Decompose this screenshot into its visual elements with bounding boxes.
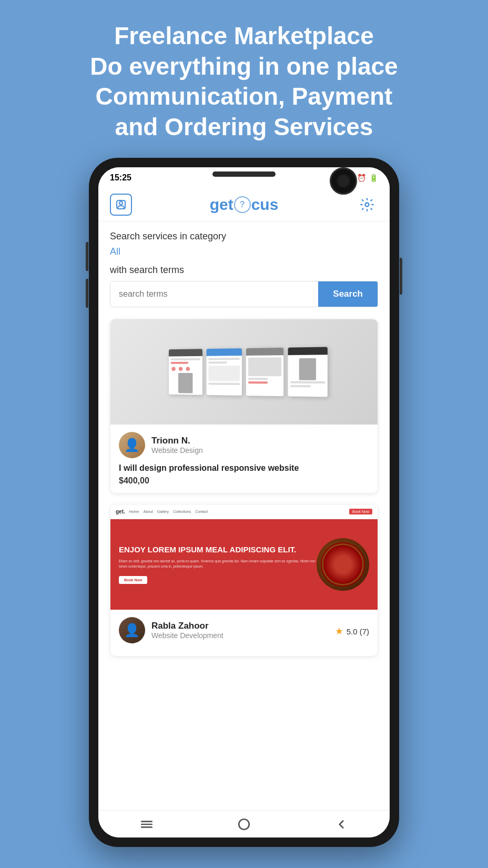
phone-wrapper: 15:25 🔇 📶 ⏰ 🔋 get bbox=[0, 158, 488, 847]
power-button bbox=[400, 258, 402, 295]
card-1-user: 👤 Trionn N. Website Design bbox=[119, 432, 369, 458]
card2-hero: ENJOY LOREM IPSUM MEAL ADIPISCING ELIT. … bbox=[110, 519, 378, 610]
search-input[interactable] bbox=[110, 281, 318, 307]
card2-hero-title: ENJOY LOREM IPSUM MEAL ADIPISCING ELIT. bbox=[119, 545, 317, 554]
logo-text-right: cus bbox=[251, 196, 279, 214]
card-1-avatar: 👤 bbox=[119, 432, 145, 458]
category-label: Search services in category bbox=[110, 231, 378, 242]
bottom-nav-menu[interactable] bbox=[140, 817, 154, 831]
card-2-avatar: 👤 bbox=[119, 617, 145, 643]
card-1-user-info: Trionn N. Website Design bbox=[151, 436, 203, 455]
card-2-image: get. Home About Gallery Collections Cont… bbox=[110, 504, 378, 610]
category-value[interactable]: All bbox=[110, 246, 378, 257]
card-2-user: 👤 Rabla Zahoor Website Development ★ 5.0… bbox=[119, 617, 369, 643]
card-1-user-name: Trionn N. bbox=[151, 436, 203, 446]
svg-point-1 bbox=[119, 201, 123, 205]
bottom-nav-home[interactable] bbox=[237, 817, 251, 831]
card-2-user-info: Rabla Zahoor Website Development bbox=[151, 621, 223, 640]
rating-value: 5.0 (7) bbox=[347, 627, 369, 636]
card-1-user-role: Website Design bbox=[151, 446, 203, 455]
hero-line3: Communication, Payment bbox=[96, 83, 393, 110]
svg-point-6 bbox=[239, 819, 249, 830]
card2-nav-links: Home About Gallery Collections Contact bbox=[129, 510, 208, 513]
profile-icon-button[interactable] bbox=[110, 194, 132, 216]
settings-icon-button[interactable] bbox=[356, 194, 378, 216]
card-1-info: 👤 Trionn N. Website Design I will design… bbox=[110, 425, 378, 493]
hero-line2: Do everything in one place bbox=[90, 53, 398, 80]
logo-icon: ? bbox=[234, 196, 251, 213]
card2-hero-btn: Book Now bbox=[119, 576, 147, 584]
card2-logo: get. bbox=[116, 509, 125, 514]
app-content[interactable]: Search services in category All with sea… bbox=[98, 221, 390, 810]
card2-food-image bbox=[317, 538, 369, 591]
logo-text-left: get bbox=[210, 196, 233, 214]
card2-hero-text: ENJOY LOREM IPSUM MEAL ADIPISCING ELIT. … bbox=[119, 545, 317, 583]
app-logo: get ? cus bbox=[210, 196, 279, 214]
terms-label: with search terms bbox=[110, 265, 378, 276]
avatar-person-icon: 👤 bbox=[119, 432, 145, 458]
star-icon: ★ bbox=[335, 625, 343, 637]
service-card-2[interactable]: get. Home About Gallery Collections Cont… bbox=[110, 504, 378, 657]
card-1-image bbox=[110, 319, 378, 425]
card-2-user-role: Website Development bbox=[151, 631, 223, 640]
bottom-nav-back[interactable] bbox=[334, 817, 348, 831]
card2-nav-cta: Book Now bbox=[349, 509, 372, 514]
phone-camera bbox=[330, 167, 357, 195]
status-time: 15:25 bbox=[110, 173, 131, 183]
phone-screen: 15:25 🔇 📶 ⏰ 🔋 get bbox=[98, 167, 390, 837]
phone-speaker bbox=[212, 171, 276, 177]
search-button[interactable]: Search bbox=[318, 281, 378, 307]
avatar-person-2-icon: 👤 bbox=[119, 617, 145, 643]
battery-icon: 🔋 bbox=[369, 174, 378, 182]
phone-frame: 15:25 🔇 📶 ⏰ 🔋 get bbox=[89, 158, 399, 847]
service-card-1[interactable]: 👤 Trionn N. Website Design I will design… bbox=[110, 319, 378, 493]
volume-down-button bbox=[86, 279, 88, 308]
card-2-user-name: Rabla Zahoor bbox=[151, 621, 223, 631]
card-2-info: 👤 Rabla Zahoor Website Development ★ 5.0… bbox=[110, 610, 378, 656]
svg-point-2 bbox=[365, 203, 369, 207]
card-2-rating: ★ 5.0 (7) bbox=[335, 625, 369, 637]
alarm-icon: ⏰ bbox=[357, 174, 366, 182]
hero-section: Freelance Marketplace Do everything in o… bbox=[0, 0, 488, 158]
card2-hero-desc: Etiam ex velit, gravida non laoreet ac, … bbox=[119, 559, 317, 568]
card2-nav: get. Home About Gallery Collections Cont… bbox=[110, 504, 378, 519]
card-1-price: $400,00 bbox=[119, 476, 369, 486]
hero-line4: and Ordering Services bbox=[115, 113, 373, 140]
search-section: Search services in category All with sea… bbox=[110, 231, 378, 307]
volume-up-button bbox=[86, 242, 88, 271]
bottom-nav bbox=[98, 810, 390, 837]
hero-line1: Freelance Marketplace bbox=[114, 22, 374, 49]
card-1-title: I will design professional responsive we… bbox=[119, 463, 369, 473]
search-bar: Search bbox=[110, 281, 378, 307]
